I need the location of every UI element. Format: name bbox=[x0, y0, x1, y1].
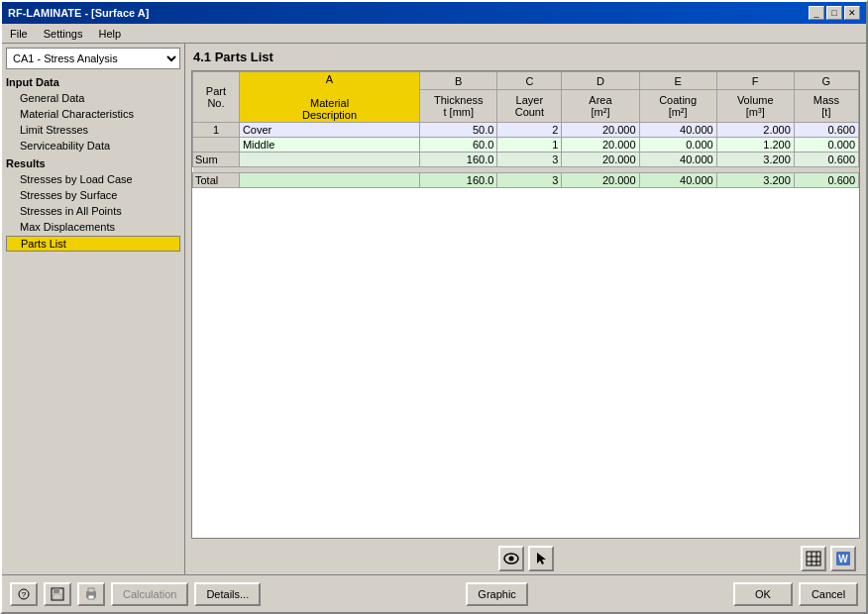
cancel-button[interactable]: Cancel bbox=[799, 582, 858, 606]
menu-help[interactable]: Help bbox=[94, 27, 125, 41]
parts-list-table: PartNo. AMaterialDescription B C D E F G… bbox=[192, 71, 859, 188]
save-button[interactable] bbox=[44, 582, 71, 606]
cell-total-layers: 3 bbox=[497, 173, 562, 188]
cell-part-no-1: 1 bbox=[193, 123, 240, 138]
grid-icon bbox=[806, 551, 821, 566]
main-panel: 4.1 Parts List PartNo. AMaterialDescript… bbox=[185, 44, 866, 574]
col-header-part-no: PartNo. bbox=[193, 72, 240, 123]
details-button[interactable]: Details... bbox=[194, 582, 261, 606]
table-container: PartNo. AMaterialDescription B C D E F G… bbox=[191, 70, 860, 539]
cell-volume-1: 2.000 bbox=[716, 123, 794, 138]
cell-sum-thickness: 160.0 bbox=[420, 153, 497, 167]
sidebar-item-general-data[interactable]: General Data bbox=[6, 91, 180, 105]
col-header-b: B bbox=[420, 72, 497, 90]
cell-sum-label: Sum bbox=[193, 153, 240, 167]
menu-file[interactable]: File bbox=[6, 27, 32, 41]
analysis-dropdown[interactable]: CA1 - Stress Analysis bbox=[6, 48, 180, 69]
minimize-button[interactable]: _ bbox=[809, 6, 824, 20]
save-icon bbox=[51, 587, 64, 601]
grid-export-button[interactable] bbox=[801, 546, 826, 571]
ok-button[interactable]: OK bbox=[733, 582, 793, 606]
sidebar-item-parts-list[interactable]: Parts List bbox=[6, 236, 180, 252]
cell-sum-area: 20.000 bbox=[562, 153, 639, 167]
back-button[interactable]: ? bbox=[10, 582, 38, 606]
graphic-button[interactable]: Graphic bbox=[466, 582, 528, 606]
cell-thickness-2: 60.0 bbox=[420, 138, 497, 153]
cell-area-2: 20.000 bbox=[562, 138, 639, 153]
col-sub-e: Coating[m²] bbox=[639, 90, 716, 123]
svg-rect-16 bbox=[88, 595, 94, 599]
print-button[interactable] bbox=[77, 582, 105, 606]
word-export-button[interactable]: W bbox=[830, 546, 856, 571]
calculation-button[interactable]: Calculation bbox=[111, 582, 188, 606]
window-controls: _ □ ✕ bbox=[809, 6, 860, 20]
cell-layers-1: 2 bbox=[497, 123, 562, 138]
cursor-icon bbox=[533, 551, 549, 566]
col-sub-b: Thicknesst [mm] bbox=[420, 90, 497, 123]
title-bar: RF-LAMINATE - [Surface A] _ □ ✕ bbox=[2, 2, 866, 24]
cell-layers-2: 1 bbox=[497, 138, 562, 153]
svg-point-1 bbox=[508, 557, 513, 562]
sidebar-item-stresses-load-case[interactable]: Stresses by Load Case bbox=[6, 172, 180, 186]
table-row-sum: Sum 160.0 3 20.000 40.000 3.200 0.600 bbox=[193, 153, 859, 167]
table-row: 1 Cover 50.0 2 20.000 40.000 2.000 0.600 bbox=[193, 123, 859, 138]
cell-area-1: 20.000 bbox=[562, 123, 639, 138]
col-sub-f: Volume[m³] bbox=[716, 90, 794, 123]
svg-text:?: ? bbox=[22, 590, 27, 599]
cell-total-coating: 40.000 bbox=[639, 173, 716, 188]
cell-part-no-2 bbox=[193, 138, 240, 153]
table-row-total: Total 160.0 3 20.000 40.000 3.200 0.600 bbox=[193, 173, 859, 188]
cell-volume-2: 1.200 bbox=[716, 138, 794, 153]
cursor-button[interactable] bbox=[528, 546, 554, 571]
menu-settings[interactable]: Settings bbox=[40, 27, 87, 41]
content-area: CA1 - Stress Analysis Input Data General… bbox=[2, 44, 866, 574]
cell-total-material bbox=[239, 173, 419, 188]
col-header-e: E bbox=[639, 72, 716, 90]
col-header-f: F bbox=[716, 72, 794, 90]
menu-bar: File Settings Help bbox=[2, 24, 866, 44]
cell-sum-volume: 3.200 bbox=[716, 153, 794, 167]
sidebar-item-stresses-surface[interactable]: Stresses by Surface bbox=[6, 188, 180, 202]
panel-title: 4.1 Parts List bbox=[185, 44, 866, 70]
col-header-a: AMaterialDescription bbox=[239, 72, 419, 123]
sidebar-item-stresses-all-points[interactable]: Stresses in All Points bbox=[6, 204, 180, 218]
main-window: RF-LAMINATE - [Surface A] _ □ ✕ File Set… bbox=[0, 0, 868, 614]
input-data-section: Input Data bbox=[6, 75, 180, 89]
svg-text:W: W bbox=[838, 554, 848, 564]
cell-total-area: 20.000 bbox=[562, 173, 639, 188]
close-button[interactable]: ✕ bbox=[844, 6, 860, 20]
cell-total-volume: 3.200 bbox=[716, 173, 794, 188]
sidebar: CA1 - Stress Analysis Input Data General… bbox=[2, 44, 185, 574]
cell-total-mass: 0.600 bbox=[794, 173, 858, 188]
cell-mass-2: 0.000 bbox=[794, 138, 858, 153]
results-section: Results bbox=[6, 154, 180, 170]
cell-sum-coating: 40.000 bbox=[639, 153, 716, 167]
view-button[interactable] bbox=[498, 546, 524, 571]
col-sub-g: Mass[t] bbox=[794, 90, 858, 123]
sidebar-item-limit-stresses[interactable]: Limit Stresses bbox=[6, 123, 180, 137]
back-icon: ? bbox=[18, 588, 30, 600]
svg-rect-13 bbox=[54, 594, 61, 599]
svg-rect-15 bbox=[88, 588, 94, 592]
print-icon bbox=[84, 587, 98, 601]
cell-coating-1: 40.000 bbox=[639, 123, 716, 138]
word-icon: W bbox=[835, 551, 851, 566]
cell-sum-mass: 0.600 bbox=[794, 153, 858, 167]
cell-mass-1: 0.600 bbox=[794, 123, 858, 138]
cell-material-2: Middle bbox=[239, 138, 419, 153]
col-header-c: C bbox=[497, 72, 562, 90]
col-header-g: G bbox=[794, 72, 858, 90]
sidebar-item-max-displacements[interactable]: Max Displacements bbox=[6, 220, 180, 234]
bottom-bar: ? Calculation Details... Graphic OK Canc… bbox=[2, 574, 866, 612]
maximize-button[interactable]: □ bbox=[826, 6, 842, 20]
sidebar-item-serviceability[interactable]: Serviceability Data bbox=[6, 139, 180, 153]
sidebar-item-material-char[interactable]: Material Characteristics bbox=[6, 107, 180, 121]
col-sub-c: LayerCount bbox=[497, 90, 562, 123]
toolbar-row: W bbox=[185, 543, 866, 574]
eye-icon bbox=[503, 551, 519, 566]
cell-thickness-1: 50.0 bbox=[420, 123, 497, 138]
cell-total-thickness: 160.0 bbox=[420, 173, 497, 188]
col-header-d: D bbox=[562, 72, 639, 90]
right-toolbar: W bbox=[801, 546, 856, 571]
cell-total-label: Total bbox=[193, 173, 240, 188]
